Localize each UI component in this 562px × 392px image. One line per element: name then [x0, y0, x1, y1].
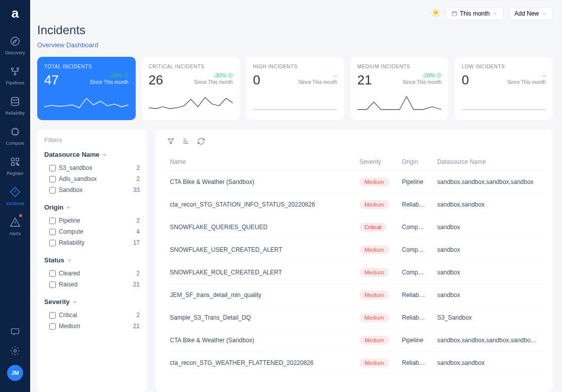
cell-origin: Compute: [396, 261, 431, 284]
notification-dot: [19, 214, 22, 217]
filter-checkbox[interactable]: [49, 270, 56, 277]
filter-group-header[interactable]: Status: [44, 256, 140, 264]
filter-checkbox[interactable]: [49, 218, 56, 224]
filter-label: Sandbox: [59, 186, 82, 193]
filter-icon[interactable]: [167, 137, 175, 147]
column-header[interactable]: Origin: [396, 153, 431, 171]
filter-checkbox-label[interactable]: Sandbox: [49, 186, 82, 193]
filter-checkbox[interactable]: [49, 240, 56, 246]
cell-origin: Reliability: [396, 284, 431, 307]
kpi-card[interactable]: TOTAL INCIDENTS47-29% Since This month: [37, 57, 136, 120]
filter-checkbox[interactable]: [49, 281, 56, 288]
filter-checkbox[interactable]: [49, 323, 56, 330]
cell-origin: Compute: [396, 239, 431, 261]
filter-checkbox-label[interactable]: S3_sandbox: [49, 164, 92, 171]
add-new-button[interactable]: Add New: [509, 7, 553, 20]
table-row[interactable]: JEM_SF_trans_detail_min_qualityMediumRel…: [164, 284, 545, 307]
theme-toggle-icon[interactable]: [431, 8, 441, 20]
filter-checkbox-label[interactable]: Pipeline: [49, 217, 80, 224]
filter-checkbox[interactable]: [49, 229, 56, 235]
settings-icon[interactable]: [10, 346, 20, 358]
pipeline-icon: [8, 64, 22, 78]
table-row[interactable]: cta_recon_STG_WEATHER_FLATTENED_20220826…: [164, 352, 545, 374]
cell-name: cta_recon_STG_STATION_INFO_STATUS_202208…: [164, 193, 353, 216]
table-row[interactable]: SNOWFLAKE_QUERIES_QUEUEDCriticalComputes…: [164, 216, 545, 239]
refresh-icon[interactable]: [197, 137, 205, 147]
column-header[interactable]: Datasource Name: [431, 153, 545, 171]
kpi-change: --: [542, 72, 546, 78]
cell-name: CTA Bike & Weather (Sandbox): [164, 171, 353, 193]
filter-checkbox-label[interactable]: Cleared: [49, 270, 80, 277]
table-row[interactable]: SNOWFLAKE_ROLE_CREATED_ALERTMediumComput…: [164, 261, 545, 284]
filter-checkbox[interactable]: [49, 187, 56, 193]
table-row[interactable]: CTA Bike & Weather (Sandbox)MediumPipeli…: [164, 329, 545, 352]
kpi-since: Since This month: [194, 79, 233, 85]
cell-name: CTA Bike & Weather (Sandbox): [164, 329, 353, 352]
filter-checkbox-label[interactable]: Raised: [49, 281, 77, 288]
kpi-card[interactable]: LOW INCIDENTS0--Since This month: [454, 57, 553, 120]
sidebar-item-label: Alerts: [9, 231, 21, 236]
svg-rect-7: [16, 158, 19, 161]
sidebar-item-discovery[interactable]: Discovery: [5, 34, 25, 55]
table-row[interactable]: CTA Bike & Weather (Sandbox)MediumPipeli…: [164, 171, 545, 193]
filter-checkbox[interactable]: [49, 165, 56, 171]
filter-group-title: Origin: [44, 204, 63, 211]
sidebar-item-compute[interactable]: Compute: [6, 125, 25, 146]
sidebar-item-label: Compute: [6, 141, 25, 146]
cell-datasource: sandbox: [431, 261, 545, 284]
arrow-up-icon: [436, 73, 441, 78]
filter-label: S3_sandbox: [59, 164, 92, 171]
sidebar-item-reliability[interactable]: Reliability: [6, 94, 25, 116]
sidebar-item-register[interactable]: Register: [7, 155, 24, 176]
sidebar: a DiscoveryPipelinesReliabilityComputeRe…: [0, 0, 30, 392]
filter-group-title: Severity: [44, 298, 70, 306]
columns-icon[interactable]: [182, 137, 190, 147]
filter-label: Adls_sandbox: [59, 175, 97, 182]
filter-group-header[interactable]: Datasource Name: [44, 151, 140, 158]
sidebar-item-pipelines[interactable]: Pipelines: [6, 64, 25, 85]
svg-point-4: [12, 97, 19, 101]
kpi-card[interactable]: CRITICAL INCIDENTS26-30% Since This mont…: [142, 57, 240, 120]
filter-checkbox[interactable]: [49, 312, 56, 319]
kpi-card[interactable]: HIGH INCIDENTS0--Since This month: [246, 57, 344, 120]
cell-severity: Medium: [353, 171, 396, 193]
column-header[interactable]: Name: [164, 153, 353, 171]
period-select-button[interactable]: This month: [446, 7, 504, 20]
filter-group-header[interactable]: Severity: [44, 298, 140, 306]
column-header[interactable]: Severity: [353, 153, 396, 171]
filter-checkbox-label[interactable]: Medium: [49, 323, 80, 330]
filter-count: 2: [136, 270, 140, 277]
chat-icon[interactable]: [10, 327, 20, 339]
arrow-up-icon: [228, 73, 233, 78]
cell-datasource: sandbox,sandbox,sandbox,sandbox,sandbox,…: [431, 329, 545, 352]
kpi-value: 0: [253, 72, 260, 88]
filter-checkbox[interactable]: [49, 176, 56, 182]
filter-count: 33: [133, 186, 140, 193]
table-row[interactable]: cta_recon_STG_STATION_INFO_STATUS_202208…: [164, 193, 545, 216]
filter-checkbox-label[interactable]: Reliability: [49, 239, 84, 246]
sparkline: [253, 93, 337, 113]
sparkline: [357, 93, 442, 113]
sidebar-item-incidents[interactable]: Incidents: [6, 185, 24, 206]
filter-label: Raised: [59, 281, 77, 288]
table-row[interactable]: SNOWFLAKE_USER_CREATED_ALERTMediumComput…: [164, 239, 545, 261]
logo: a: [7, 5, 23, 21]
filter-checkbox-label[interactable]: Critical: [49, 312, 77, 319]
cell-datasource: sandbox,sandbox: [431, 352, 545, 374]
filter-group-header[interactable]: Origin: [44, 204, 140, 211]
cell-name: JEM_SF_trans_detail_min_quality: [164, 284, 353, 307]
sidebar-item-alerts[interactable]: Alerts: [8, 215, 22, 236]
kpi-value: 0: [461, 72, 469, 88]
cell-severity: Medium: [353, 261, 396, 284]
breadcrumb[interactable]: Overview Dashboard: [37, 41, 553, 49]
chip-icon: [8, 125, 22, 139]
svg-rect-5: [12, 129, 18, 135]
table-row[interactable]: Sample_S3_Trans_Detail_DQMediumReliabili…: [164, 307, 545, 329]
filter-checkbox-label[interactable]: Compute: [49, 228, 83, 235]
kpi-card[interactable]: MEDIUM INCIDENTS21-28% Since This month: [350, 57, 449, 120]
chevron-down-icon: [67, 258, 72, 263]
filter-label: Pipeline: [59, 217, 80, 224]
sparkline: [44, 93, 129, 113]
filter-checkbox-label[interactable]: Adls_sandbox: [49, 175, 97, 182]
avatar[interactable]: JM: [7, 365, 23, 381]
